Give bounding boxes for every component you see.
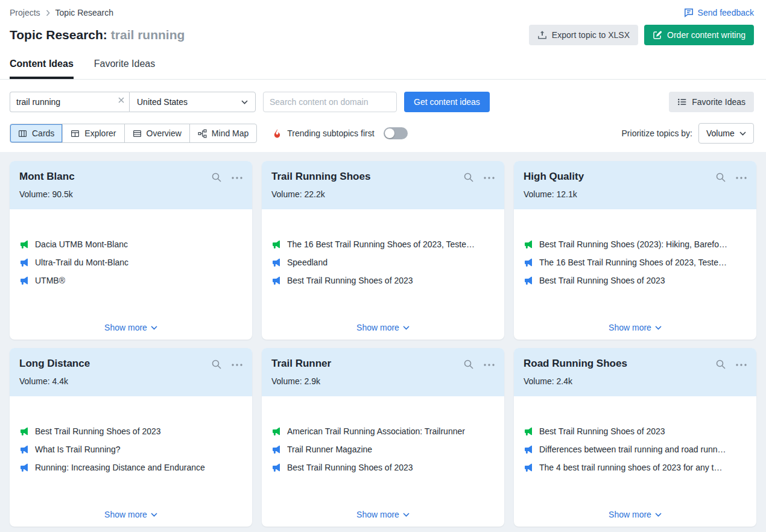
headline-text: Ultra-Trail du Mont-Blanc — [35, 258, 128, 267]
headline-item[interactable]: Trail Runner Magazine — [271, 440, 495, 458]
page-header: Topic Research:trail running Export topi… — [10, 25, 754, 45]
topic-search-group: United States — [10, 92, 256, 112]
show-more-button[interactable]: Show more — [609, 510, 662, 519]
export-xlsx-button[interactable]: Export topic to XLSX — [529, 25, 638, 45]
megaphone-icon — [19, 276, 29, 285]
page-title-query: trail running — [111, 28, 185, 42]
topic-card-title[interactable]: High Quality — [524, 171, 584, 183]
headline-item[interactable]: Ultra-Trail du Mont-Blanc — [19, 253, 242, 271]
cards-section: Mont Blanc Volume: 90.5k Dacia UTMB Mont… — [0, 152, 766, 532]
headline-item[interactable]: The 16 Best Trail Running Shoes of 2023,… — [524, 253, 747, 271]
headline-item[interactable]: UTMB® — [19, 271, 242, 290]
topic-card: Trail Running Shoes Volume: 22.2k The 16… — [262, 161, 504, 340]
topic-card-title[interactable]: Long Distance — [19, 358, 90, 370]
card-menu-button[interactable] — [232, 362, 242, 367]
volume-label: Volume: — [524, 189, 554, 199]
card-search-button[interactable] — [211, 358, 222, 371]
show-more-button[interactable]: Show more — [356, 510, 410, 519]
headline-item[interactable]: Speedland — [271, 253, 495, 271]
headline-item[interactable]: Best Trail Running Shoes of 2023 — [524, 422, 747, 440]
view-explorer[interactable]: Explorer — [62, 124, 124, 142]
show-more-button[interactable]: Show more — [104, 323, 157, 332]
headline-text: Best Trail Running Shoes of 2023 — [287, 463, 413, 472]
headline-item[interactable]: The 16 Best Trail Running Shoes of 2023,… — [271, 235, 495, 253]
headline-text: UTMB® — [35, 276, 65, 285]
topic-volume: Volume: 22.2k — [271, 189, 495, 199]
volume-value: 4.4k — [52, 376, 68, 386]
topic-card-title[interactable]: Mont Blanc — [19, 171, 75, 183]
topic-search-input[interactable] — [10, 92, 129, 112]
volume-value: 2.9k — [304, 376, 320, 386]
country-select[interactable]: United States — [129, 92, 256, 112]
card-search-button[interactable] — [463, 171, 474, 184]
prioritize-select[interactable]: Volume — [698, 123, 754, 144]
view-overview[interactable]: Overview — [124, 124, 189, 142]
order-content-writing-button[interactable]: Order content writing — [644, 25, 754, 45]
favorite-ideas-button[interactable]: Favorite Ideas — [669, 92, 754, 112]
headline-text: Speedland — [287, 258, 328, 267]
card-search-button[interactable] — [715, 171, 726, 184]
headline-item[interactable]: What Is Trail Running? — [19, 440, 242, 458]
card-menu-button[interactable] — [484, 362, 495, 367]
headline-item[interactable]: Best Trail Running Shoes (2023): Hiking,… — [524, 235, 747, 253]
megaphone-icon — [19, 239, 29, 249]
headline-item[interactable]: American Trail Running Association: Trai… — [271, 422, 495, 440]
topic-card-title[interactable]: Trail Running Shoes — [271, 171, 370, 183]
breadcrumb: Projects Topic Research — [10, 8, 113, 17]
chevron-down-icon — [151, 326, 157, 330]
headline-list: Dacia UTMB Mont-Blanc Ultra-Trail du Mon… — [19, 235, 242, 290]
favorite-ideas-label: Favorite Ideas — [692, 97, 745, 107]
card-search-button[interactable] — [211, 171, 222, 184]
megaphone-icon — [271, 276, 281, 285]
prioritize-label: Prioritize topics by: — [622, 128, 692, 138]
volume-label: Volume: — [524, 376, 554, 386]
topic-card-body: Best Trail Running Shoes of 2023 Differe… — [514, 396, 756, 527]
view-cards[interactable]: Cards — [10, 124, 62, 142]
topic-cards-grid: Mont Blanc Volume: 90.5k Dacia UTMB Mont… — [10, 161, 756, 527]
headline-item[interactable]: Best Trail Running Shoes of 2023 — [271, 458, 495, 477]
headline-item[interactable]: Best Trail Running Shoes of 2023 — [271, 271, 495, 290]
topic-card-header: Trail Runner Volume: 2.9k — [262, 348, 504, 396]
card-menu-button[interactable] — [232, 175, 242, 180]
topic-volume: Volume: 90.5k — [19, 189, 242, 199]
tab-favorite-ideas[interactable]: Favorite Ideas — [94, 59, 155, 79]
domain-search-input[interactable] — [263, 92, 397, 112]
show-more-label: Show more — [609, 323, 651, 332]
page-title: Topic Research:trail running — [10, 28, 185, 42]
headline-item[interactable]: Best Trail Running Shoes of 2023 — [524, 271, 747, 290]
topic-card: Long Distance Volume: 4.4k Best Trail Ru… — [10, 348, 252, 527]
headline-item[interactable]: Differences between trail running and ro… — [524, 440, 747, 458]
headline-item[interactable]: Dacia UTMB Mont-Blanc — [19, 235, 242, 253]
card-search-button[interactable] — [715, 358, 726, 371]
card-menu-button[interactable] — [736, 362, 747, 367]
chevron-right-icon — [46, 10, 50, 16]
chevron-down-icon — [655, 326, 662, 330]
topic-card-title[interactable]: Trail Runner — [271, 358, 331, 370]
show-more-button[interactable]: Show more — [104, 510, 157, 519]
view-mind-map[interactable]: Mind Map — [189, 124, 256, 142]
volume-value: 22.2k — [304, 189, 324, 199]
show-more-button[interactable]: Show more — [609, 323, 662, 332]
chevron-down-icon — [655, 513, 662, 517]
card-search-button[interactable] — [463, 358, 474, 371]
topic-card: Mont Blanc Volume: 90.5k Dacia UTMB Mont… — [10, 161, 252, 340]
send-feedback-link[interactable]: Send feedback — [684, 8, 754, 17]
view-mind-map-label: Mind Map — [212, 128, 248, 138]
show-more-button[interactable]: Show more — [356, 323, 410, 332]
trending-toggle[interactable] — [384, 127, 408, 139]
volume-value: 12.1k — [556, 189, 577, 199]
headline-item[interactable]: The 4 best trail running shoes of 2023 f… — [524, 458, 747, 477]
tab-content-ideas[interactable]: Content Ideas — [10, 59, 74, 79]
breadcrumb-projects[interactable]: Projects — [10, 8, 40, 17]
headline-item[interactable]: Running: Increasing Distance and Enduran… — [19, 458, 242, 477]
volume-value: 2.4k — [556, 376, 572, 386]
ellipsis-icon — [232, 177, 242, 179]
headline-item[interactable]: Best Trail Running Shoes of 2023 — [19, 422, 242, 440]
get-content-ideas-button[interactable]: Get content ideas — [404, 92, 490, 112]
card-menu-button[interactable] — [736, 175, 747, 180]
megaphone-icon — [524, 276, 533, 285]
search-icon — [463, 359, 474, 370]
card-menu-button[interactable] — [484, 175, 495, 180]
clear-input-icon[interactable] — [118, 97, 124, 103]
topic-card-title[interactable]: Road Running Shoes — [524, 358, 627, 370]
